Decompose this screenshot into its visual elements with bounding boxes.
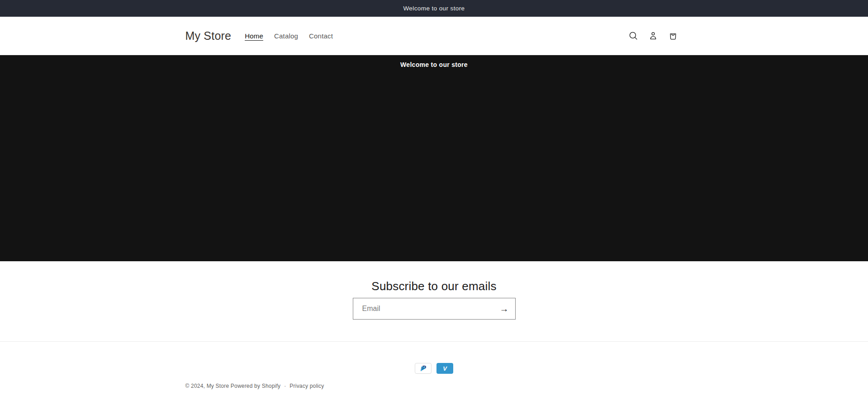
announcement-text: Welcome to our store [403, 5, 465, 12]
nav-link-home[interactable]: Home [239, 27, 269, 45]
email-input[interactable] [353, 298, 493, 319]
paypal-icon: P P [420, 365, 427, 372]
account-icon [648, 31, 658, 41]
header: My Store Home Catalog Contact [0, 17, 868, 55]
nav-link-catalog[interactable]: Catalog [269, 27, 304, 45]
cart-button[interactable] [663, 26, 683, 46]
nav-link-contact[interactable]: Contact [304, 27, 338, 45]
venmo-icon: V [443, 365, 447, 372]
header-icons [623, 26, 683, 46]
newsletter-section: Subscribe to our emails → [0, 261, 868, 341]
cart-icon [668, 31, 678, 41]
footer-copyright: © 2024, My Store Powered by Shopify·Priv… [185, 383, 683, 400]
arrow-right-icon: → [500, 304, 509, 314]
footer: P P V © 2024, My Store Powered by Shopif… [0, 341, 868, 400]
search-icon [628, 31, 638, 41]
privacy-policy-link[interactable]: Privacy policy [289, 383, 324, 389]
venmo-badge: V [436, 363, 453, 374]
newsletter-heading: Subscribe to our emails [0, 279, 868, 293]
hero-banner: Welcome to our store [0, 55, 868, 261]
newsletter-form: → [353, 298, 516, 320]
payment-methods: P P V [0, 363, 868, 374]
store-logo[interactable]: My Store [185, 29, 232, 42]
announcement-bar: Welcome to our store [0, 0, 868, 17]
newsletter-submit-button[interactable]: → [493, 299, 515, 319]
main-nav: Home Catalog Contact [239, 27, 338, 45]
copyright-text: © 2024, My Store [185, 383, 229, 389]
hero-heading: Welcome to our store [0, 61, 868, 68]
copyright-separator: · [284, 383, 286, 389]
account-button[interactable] [643, 26, 663, 46]
search-button[interactable] [623, 26, 643, 46]
paypal-badge: P P [415, 363, 432, 374]
powered-by-shopify-link[interactable]: Powered by Shopify [231, 383, 280, 389]
